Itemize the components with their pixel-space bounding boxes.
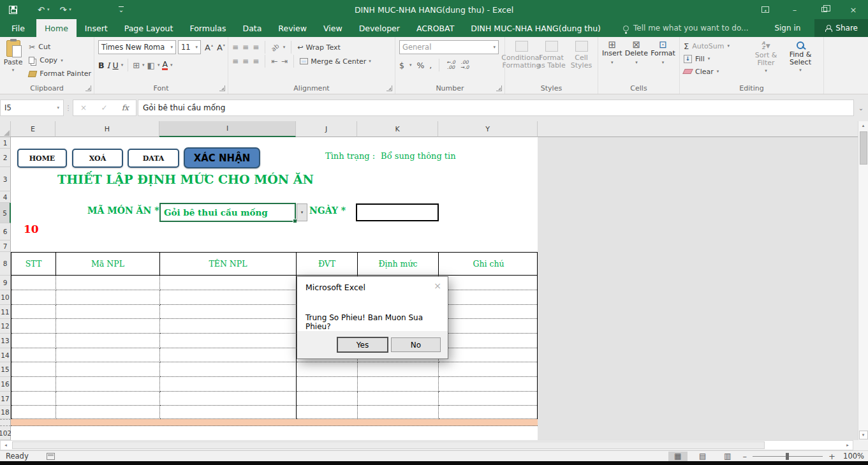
no-button[interactable]: No [391,337,441,352]
comma-style-button[interactable]: , [429,61,432,70]
ribbon-display-options-icon[interactable]: ▴ [751,0,780,19]
top-align-icon[interactable]: ≡ [232,43,239,51]
alignment-dialog-launcher-icon[interactable] [386,85,392,91]
percent-style-button[interactable]: % [416,61,424,70]
clear-button[interactable]: Clear ▾ [681,65,749,78]
align-left-icon[interactable]: ≡ [232,57,239,65]
table-cell[interactable] [439,334,538,348]
font-size-combo[interactable]: 11 ▾ [178,40,201,54]
sign-in-button[interactable]: Sign in [760,19,814,37]
autosum-button[interactable]: Σ AutoSum ▾ [681,40,749,52]
insert-function-icon[interactable]: fx [122,103,129,112]
cancel-icon[interactable]: × [80,103,87,112]
borders-dropdown-icon[interactable]: ▾ [142,63,145,68]
minimize-icon[interactable]: – [780,0,809,19]
customize-qat-icon[interactable]: ⌄ [119,6,124,13]
table-cell[interactable] [11,305,56,319]
underline-button[interactable]: U [112,61,118,70]
row-header[interactable]: 9 [0,276,11,290]
table-cell[interactable] [358,377,439,392]
table-cell[interactable] [160,392,297,406]
table-cell[interactable] [56,377,160,392]
ma-mon-an-combo[interactable]: Gỏi bê thui cầu mống [159,203,296,222]
tab-custom-dinh-muc[interactable]: DINH MUC-NHA HANG(dung thu) [462,19,609,37]
table-cell[interactable] [56,334,160,348]
header-ma-npl[interactable]: Mã NPL [56,253,160,275]
redo-dropdown-icon[interactable]: ▾ [69,7,71,12]
name-box[interactable]: I5 ▾ [0,100,64,116]
number-format-combo[interactable]: General ▾ [399,40,499,54]
wrap-text-button[interactable]: ↩ Wrap Text [297,43,341,52]
table-cell[interactable] [11,319,56,334]
table-cell[interactable] [56,276,160,290]
undo-icon[interactable]: ↶ [38,6,45,14]
vertical-scrollbar[interactable]: ▴ ▾ [858,121,868,440]
formula-input[interactable]: Gỏi bê thui cầu mống [138,100,854,116]
table-cell[interactable] [297,377,358,392]
close-icon[interactable]: × [839,0,868,19]
font-family-combo[interactable]: Times New Roma ▾ [98,40,176,54]
undo-dropdown-icon[interactable]: ▾ [47,7,50,12]
table-cell[interactable] [11,276,56,290]
sheet-cells[interactable]: HOME XOÁ DATA XÁC NHẬN Tình trạng : Bổ s… [11,137,538,440]
column-header-e[interactable]: E [11,121,55,137]
hidden-rows-indicator[interactable] [0,419,11,426]
zoom-slider-thumb[interactable] [786,453,789,460]
xoa-button[interactable]: XOÁ [72,149,123,168]
table-cell[interactable] [11,406,56,419]
table-cell[interactable] [439,276,538,290]
table-cell[interactable] [160,319,297,334]
home-button[interactable]: HOME [17,149,67,168]
align-right-icon[interactable]: ≡ [253,57,259,65]
select-all-corner[interactable] [0,121,11,137]
table-cell[interactable] [439,406,538,419]
grow-font-button[interactable]: A▴ [205,43,213,52]
accounting-caret-icon[interactable]: ▾ [409,63,412,68]
table-cell[interactable] [160,377,297,392]
table-cell[interactable] [439,319,538,334]
page-layout-view-icon[interactable]: ▤ [693,452,712,461]
row-header[interactable]: 4 [0,191,11,203]
font-color-button[interactable]: A [162,61,168,70]
table-cell[interactable] [160,276,297,290]
table-cell[interactable] [11,362,56,377]
increase-decimal-button[interactable]: ←.0.00 [446,60,455,70]
tab-review[interactable]: Review [270,19,315,37]
restore-icon[interactable] [809,0,839,19]
row-header[interactable]: 5 [0,203,11,223]
increase-indent-icon[interactable]: ⇥ [281,57,288,65]
zoom-slider[interactable] [753,452,823,461]
table-cell[interactable] [439,362,538,377]
tab-view[interactable]: View [315,19,351,37]
save-icon[interactable] [9,6,17,14]
header-ten-npl[interactable]: TÊN NPL [160,253,297,275]
header-stt[interactable]: STT [11,253,56,275]
table-cell[interactable] [11,392,56,406]
row-header[interactable]: 7 [0,240,11,252]
table-cell[interactable] [160,406,297,419]
row-header[interactable]: 16 [0,377,11,392]
vertical-scroll-thumb[interactable] [860,131,867,165]
table-cell[interactable] [56,392,160,406]
table-cell[interactable] [56,348,160,362]
column-header-i[interactable]: I [159,121,296,137]
underline-dropdown-icon[interactable]: ▾ [121,63,124,68]
row-header[interactable]: 14 [0,348,11,362]
fill-button[interactable]: ↓ Fill ▾ [681,52,749,65]
dialog-close-icon[interactable]: × [434,281,441,291]
row-header[interactable]: 8 [0,252,11,276]
table-cell[interactable] [439,392,538,406]
scroll-up-icon[interactable]: ▴ [862,121,865,130]
table-cell[interactable] [56,319,160,334]
tab-insert[interactable]: Insert [77,19,116,37]
zoom-out-button[interactable]: – [743,452,747,461]
redo-icon[interactable]: ↷ [59,6,66,14]
accounting-format-button[interactable]: $ [399,61,404,70]
ngay-input[interactable] [356,203,439,221]
tab-data[interactable]: Data [235,19,270,37]
header-dinh-muc[interactable]: Định mức [358,253,439,275]
scroll-left-icon[interactable]: ◂ [1,443,11,448]
tab-formulas[interactable]: Formulas [181,19,234,37]
table-cell[interactable] [11,348,56,362]
middle-align-icon[interactable]: ≡ [242,43,249,51]
